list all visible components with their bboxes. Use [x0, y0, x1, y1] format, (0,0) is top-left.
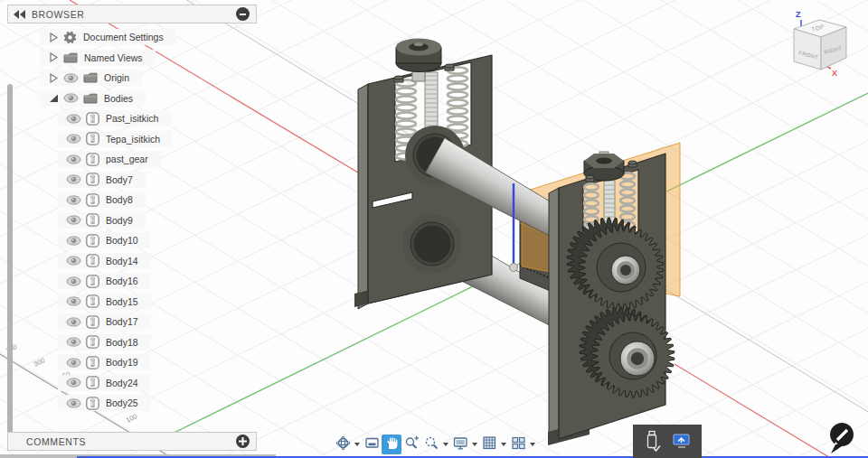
- viewports-icon: [511, 435, 526, 454]
- look-at-button[interactable]: [362, 435, 382, 454]
- body-cylinder-icon: [86, 234, 99, 248]
- circle-minus-icon[interactable]: [236, 7, 250, 21]
- tree-item-label: Body24: [106, 378, 138, 388]
- eye-visible-icon[interactable]: [66, 358, 81, 368]
- grid-display-button[interactable]: [479, 435, 499, 454]
- tree-item-label: Body17: [106, 316, 138, 327]
- tree-item-body25[interactable]: Body25: [58, 395, 151, 411]
- tree-item-past-isitkich[interactable]: Past_isitkich: [58, 110, 171, 126]
- comments-panel-title: COMMENTS: [26, 436, 86, 447]
- tree-item-label: Bodies: [104, 93, 133, 104]
- tree-item-tepa-isitkich[interactable]: Tepa_isitkich: [58, 131, 173, 147]
- tree-item-body14[interactable]: Body14: [58, 253, 151, 269]
- tree-item-body9[interactable]: Body9: [58, 212, 146, 229]
- viewcube[interactable]: TOP FRONT RIGHT Z X: [794, 10, 846, 78]
- monitor-share-icon[interactable]: [672, 432, 692, 452]
- eye-visible-icon[interactable]: [66, 296, 81, 306]
- svg-text:300: 300: [33, 356, 46, 369]
- body-cylinder-icon: [86, 335, 99, 349]
- tree-item-origin[interactable]: Origin: [40, 70, 142, 86]
- svg-text:X: X: [832, 69, 837, 78]
- eye-visible-icon[interactable]: [63, 93, 79, 103]
- eye-visible-icon[interactable]: [66, 215, 81, 225]
- fit-icon: [424, 435, 439, 454]
- tree-item-label: Tepa_isitkich: [106, 134, 160, 145]
- orbit-icon: [335, 435, 351, 454]
- tree-item-body16[interactable]: Body16: [58, 273, 151, 289]
- eye-visible-icon[interactable]: [66, 134, 81, 144]
- pan-button[interactable]: [382, 435, 401, 454]
- tree-item-label: Past_isitkich: [106, 113, 158, 124]
- pen-balloon-icon[interactable]: [826, 421, 861, 457]
- comments-panel-header[interactable]: COMMENTS: [7, 432, 257, 451]
- viewports-dropdown-caret[interactable]: [528, 435, 537, 454]
- orbit-button[interactable]: [333, 435, 353, 454]
- tree-item-label: past_gear: [106, 154, 148, 164]
- tree-item-body17[interactable]: Body17: [58, 313, 151, 330]
- fusion360-window: 350300250150100: [0, 0, 868, 458]
- eye-visible-icon[interactable]: [66, 398, 81, 408]
- look-at-icon: [364, 435, 380, 454]
- tree-item-label: Document Settings: [83, 32, 164, 42]
- body-cylinder-icon: [86, 132, 99, 145]
- tree-item-label: Body7: [106, 174, 133, 185]
- eye-visible-icon[interactable]: [66, 378, 81, 388]
- body-cylinder-icon: [86, 294, 99, 308]
- eye-visible-icon[interactable]: [63, 73, 79, 83]
- tree-item-body24[interactable]: Body24: [58, 375, 151, 391]
- usb-device-icon[interactable]: [644, 430, 662, 453]
- display-settings-button[interactable]: [450, 435, 470, 454]
- double-chevron-left-icon[interactable]: [14, 10, 26, 19]
- eye-visible-icon[interactable]: [66, 114, 81, 124]
- tree-item-bodies[interactable]: Bodies: [40, 90, 146, 107]
- circle-plus-icon[interactable]: [236, 435, 250, 448]
- eye-visible-icon[interactable]: [66, 276, 81, 286]
- browser-scrollbar[interactable]: [7, 84, 13, 440]
- zoom-button[interactable]: [401, 435, 421, 454]
- fit-button[interactable]: [421, 435, 441, 454]
- body-cylinder-icon: [86, 193, 99, 207]
- expand-expanded-icon[interactable]: [48, 92, 59, 104]
- expand-collapsed-icon[interactable]: [48, 32, 59, 43]
- display-settings-icon: [453, 435, 468, 454]
- left-plate-side: [358, 84, 368, 309]
- browser-panel-header[interactable]: BROWSER: [7, 5, 257, 23]
- eye-visible-icon[interactable]: [66, 337, 81, 347]
- display-settings-dropdown-caret[interactable]: [470, 435, 479, 454]
- eye-visible-icon[interactable]: [66, 317, 81, 327]
- tree-item-label: Body16: [106, 276, 138, 286]
- tree-item-label: Body15: [106, 296, 138, 307]
- eye-visible-icon[interactable]: [66, 174, 81, 184]
- orbit-dropdown-caret[interactable]: [353, 435, 362, 454]
- browser-panel-title: BROWSER: [32, 9, 84, 20]
- expand-collapsed-icon[interactable]: [48, 51, 59, 63]
- fit-dropdown-caret[interactable]: [441, 435, 450, 454]
- folder-icon: [63, 52, 78, 63]
- viewports-button[interactable]: [508, 435, 528, 454]
- eye-visible-icon[interactable]: [66, 236, 81, 246]
- tree-item-past-gear[interactable]: past_gear: [58, 151, 161, 167]
- tree-item-body19[interactable]: Body19: [58, 354, 151, 370]
- eye-visible-icon[interactable]: [66, 154, 81, 164]
- grid-display-dropdown-caret[interactable]: [499, 435, 508, 454]
- navigation-toolbar: [333, 435, 537, 454]
- system-tray-popup[interactable]: [633, 425, 702, 458]
- tree-item-body15[interactable]: Body15: [58, 294, 151, 310]
- tree-item-document-settings[interactable]: Document Settings: [40, 29, 176, 45]
- svg-text:100: 100: [125, 412, 138, 425]
- body-cylinder-icon: [86, 213, 99, 227]
- tree-item-body10[interactable]: Body10: [58, 232, 151, 248]
- tree-item-label: Body25: [106, 397, 138, 408]
- body-cylinder-icon: [86, 254, 99, 267]
- eye-visible-icon[interactable]: [66, 256, 81, 266]
- tree-item-body18[interactable]: Body18: [58, 334, 151, 351]
- body-cylinder-icon: [86, 356, 99, 369]
- body-cylinder-icon: [86, 173, 99, 186]
- tree-item-named-views[interactable]: Named Views: [40, 50, 156, 66]
- tree-item-body8[interactable]: Body8: [58, 192, 146, 208]
- eye-visible-icon[interactable]: [66, 195, 81, 205]
- expand-collapsed-icon[interactable]: [48, 72, 59, 84]
- body-cylinder-icon: [86, 376, 99, 389]
- tree-item-label: Origin: [104, 72, 129, 83]
- tree-item-body7[interactable]: Body7: [58, 172, 146, 188]
